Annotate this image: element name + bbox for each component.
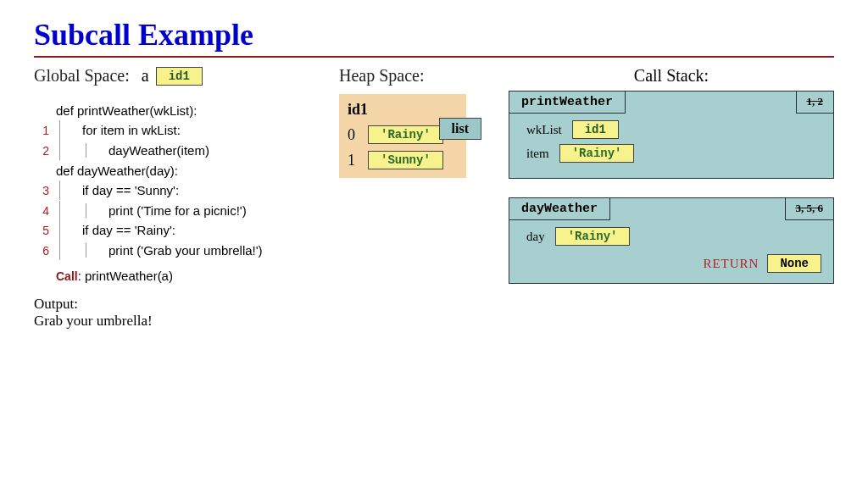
frame-lines-printweather: 1, 2: [796, 92, 834, 114]
global-var-name: a: [142, 66, 149, 86]
line-number-6: 6: [34, 242, 49, 261]
global-var-value: id1: [156, 67, 203, 86]
return-value: None: [767, 254, 821, 273]
output-section: Output: Grab your umbrella!: [34, 296, 339, 330]
frame1-var1-name: wkList: [526, 123, 562, 137]
heap-object-id: id1: [348, 101, 458, 119]
line-number-2: 2: [34, 142, 49, 161]
code-line-1: for item in wkList:: [82, 123, 181, 137]
code-line-3: if day == 'Sunny':: [82, 183, 179, 197]
output-text: Grab your umbrella!: [34, 313, 339, 330]
code-line-6: print ('Grab your umbrella!'): [108, 243, 263, 258]
code-def-dayweather: def dayWeather(day):: [56, 161, 178, 180]
heap-object: id1 list 0 'Rainy' 1 'Sunny': [339, 94, 466, 178]
left-column: Global Space: a id1 def printWeather(wkL…: [34, 66, 339, 330]
frame-dayweather: dayWeather 3, 5, 6 day 'Rainy' RETURN No…: [509, 197, 834, 284]
title-divider: [34, 56, 834, 58]
heap-value-1: 'Sunny': [368, 151, 443, 169]
heap-index-0: 0: [348, 126, 359, 144]
heap-value-0: 'Rainy': [368, 125, 443, 144]
code-line-4: print ('Time for a picnic!'): [108, 203, 247, 218]
heap-space-label: Heap Space:: [339, 66, 509, 86]
line-number-4: 4: [34, 202, 49, 221]
frame-printweather: printWeather 1, 2 wkList id1 item 'Rainy…: [509, 91, 834, 179]
code-listing: def printWeather(wkList): 1for item in w…: [34, 101, 339, 286]
frame-lines-dayweather: 3, 5, 6: [785, 198, 834, 220]
page-title: Subcall Example: [34, 17, 834, 53]
frame1-var1-value: id1: [572, 120, 619, 139]
call-stack-column: Call Stack: printWeather 1, 2 wkList id1…: [509, 66, 834, 330]
output-label: Output:: [34, 296, 339, 313]
frame2-var1-name: day: [526, 230, 545, 244]
frame-name-printweather: printWeather: [509, 92, 626, 114]
frame-name-dayweather: dayWeather: [509, 198, 610, 220]
code-def-printweather: def printWeather(wkList):: [56, 101, 197, 120]
heap-index-1: 1: [348, 152, 359, 169]
line-number-1: 1: [34, 122, 49, 141]
code-line-2: dayWeather(item): [108, 143, 209, 158]
call-stack-label: Call Stack:: [509, 66, 834, 86]
code-line-5: if day == 'Rainy':: [82, 223, 175, 237]
frame2-var1-value: 'Rainy': [555, 227, 631, 246]
line-number-3: 3: [34, 182, 49, 201]
global-space-label: Global Space:: [34, 66, 130, 86]
return-label: RETURN: [703, 257, 759, 271]
call-expression: printWeather(a): [85, 269, 173, 283]
call-label: Call: [56, 269, 78, 283]
line-number-5: 5: [34, 222, 49, 241]
heap-object-type: list: [439, 118, 481, 140]
heap-column: Heap Space: id1 list 0 'Rainy' 1 'Sunny': [339, 66, 509, 330]
frame1-var2-value: 'Rainy': [559, 144, 635, 163]
frame1-var2-name: item: [526, 147, 549, 161]
